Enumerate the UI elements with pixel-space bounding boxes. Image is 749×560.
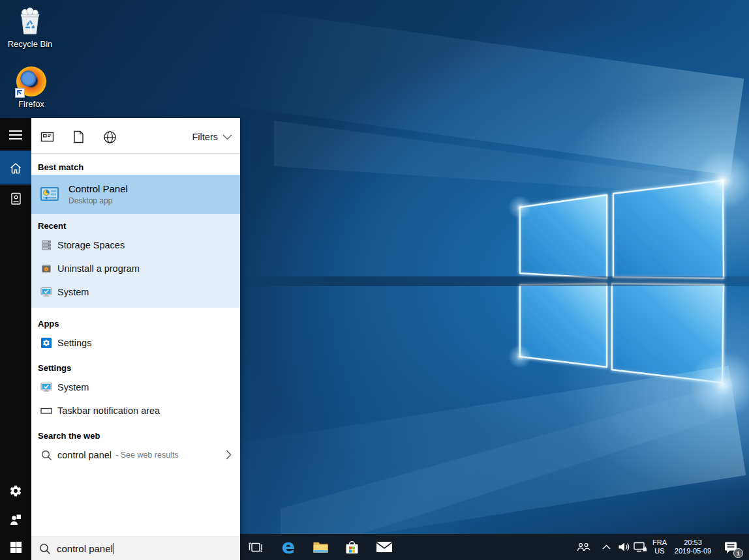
people-button[interactable] <box>573 534 594 560</box>
desktop-icon-firefox[interactable]: Firefox <box>7 65 56 109</box>
apps-filter-icon <box>40 131 54 143</box>
result-title: Storage Spaces <box>57 240 125 250</box>
tray-overflow-button[interactable] <box>598 534 615 560</box>
taskbar-search-input[interactable]: control panel <box>31 537 240 560</box>
result-title: Control Panel <box>69 183 128 194</box>
mail-button[interactable] <box>373 534 395 560</box>
result-system-settings[interactable]: System <box>31 376 240 399</box>
filter-documents-button[interactable] <box>70 128 87 145</box>
result-title: System <box>57 382 89 392</box>
section-header-search-web: Search the web <box>31 428 240 443</box>
mail-icon <box>376 541 393 553</box>
clock[interactable]: 20:53 2019-05-09 <box>671 534 715 560</box>
rail-notebook-button[interactable] <box>0 187 31 211</box>
language-code: FRA <box>652 538 667 547</box>
desktop: Recycle Bin Firefox e <box>0 0 749 560</box>
home-icon <box>8 162 23 174</box>
web-suffix: - See web results <box>115 450 179 460</box>
start-button[interactable] <box>0 534 31 560</box>
recent-group: Recent Storage Spaces <box>31 214 240 308</box>
result-title: Uninstall a program <box>57 263 140 274</box>
file-explorer-icon <box>313 540 329 554</box>
result-settings-app[interactable]: Settings <box>31 331 240 355</box>
hamburger-icon <box>9 130 22 140</box>
chevron-down-icon <box>222 134 232 140</box>
system-monitor-icon <box>40 382 52 392</box>
web-filter-icon <box>103 130 117 144</box>
store-icon <box>344 539 360 555</box>
rail-home-button[interactable] <box>0 151 31 184</box>
result-uninstall-program[interactable]: Uninstall a program <box>31 257 240 280</box>
windows-logo-icon <box>10 542 22 553</box>
clock-date: 2019-05-09 <box>675 547 711 555</box>
desktop-icon-label: Firefox <box>7 99 56 109</box>
section-header-settings: Settings <box>31 360 240 376</box>
storage-spaces-icon <box>41 240 52 250</box>
chevron-right-icon <box>226 450 232 462</box>
notebook-icon <box>10 192 22 205</box>
network-button[interactable] <box>630 534 650 560</box>
task-view-button[interactable] <box>244 534 266 560</box>
speaker-icon <box>618 542 630 552</box>
search-panel: Filters Best match Control Panel Desktop… <box>31 118 240 560</box>
uninstall-program-icon <box>41 263 52 274</box>
rail-settings-button[interactable] <box>0 479 31 503</box>
store-button[interactable] <box>341 534 363 560</box>
result-system-recent[interactable]: System <box>31 280 240 304</box>
search-panel-header: Filters <box>31 118 240 154</box>
result-storage-spaces[interactable]: Storage Spaces <box>31 233 240 257</box>
search-rail <box>0 118 31 560</box>
recycle-bin-icon <box>15 7 45 37</box>
chevron-up-icon <box>602 544 611 550</box>
result-control-panel[interactable]: Control Panel Desktop app <box>31 175 240 214</box>
rail-feedback-button[interactable] <box>0 508 31 531</box>
edge-button[interactable]: e <box>277 534 300 560</box>
desktop-icon-recycle-bin[interactable]: Recycle Bin <box>5 5 55 49</box>
edge-icon: e <box>282 534 295 560</box>
section-header-best-match: Best match <box>31 159 240 175</box>
section-header-recent: Recent <box>31 214 240 233</box>
taskbar-rect-icon <box>40 406 52 415</box>
file-explorer-button[interactable] <box>309 534 331 560</box>
keyboard-layout: US <box>652 547 667 555</box>
result-subtitle: Desktop app <box>69 196 128 205</box>
result-web-search[interactable]: control panel - See web results <box>31 443 240 467</box>
gear-icon <box>9 484 22 497</box>
filter-web-button[interactable] <box>101 128 118 145</box>
task-view-icon <box>248 541 263 553</box>
language-indicator[interactable]: FRA US <box>649 534 671 560</box>
control-panel-icon <box>40 186 59 202</box>
feedback-icon <box>9 514 22 525</box>
clock-time: 20:53 <box>675 538 711 547</box>
system-monitor-icon <box>40 287 52 297</box>
wallpaper-shadow-band <box>240 276 749 286</box>
panel-spacer <box>31 467 240 537</box>
notification-badge: 1 <box>733 548 743 558</box>
search-icon <box>39 543 51 555</box>
network-icon <box>634 542 647 553</box>
result-title: Settings <box>57 338 91 348</box>
search-input-value: control panel <box>57 543 113 554</box>
text-cursor <box>114 543 114 554</box>
settings-app-icon <box>41 338 52 348</box>
documents-filter-icon <box>73 130 84 143</box>
result-title: Taskbar notification area <box>57 405 160 416</box>
result-title: System <box>57 287 89 297</box>
filters-label: Filters <box>192 132 218 142</box>
search-icon <box>41 450 52 461</box>
result-taskbar-notification-area[interactable]: Taskbar notification area <box>31 399 240 422</box>
desktop-icon-label: Recycle Bin <box>5 39 55 49</box>
web-query: control panel <box>57 450 112 460</box>
action-center-button[interactable]: 1 <box>718 534 744 560</box>
shortcut-arrow-icon <box>15 88 25 98</box>
section-header-apps: Apps <box>31 316 240 331</box>
filter-apps-button[interactable] <box>38 128 55 145</box>
filters-dropdown[interactable]: Filters <box>192 128 232 145</box>
people-icon <box>576 542 591 552</box>
menu-button[interactable] <box>0 123 31 147</box>
